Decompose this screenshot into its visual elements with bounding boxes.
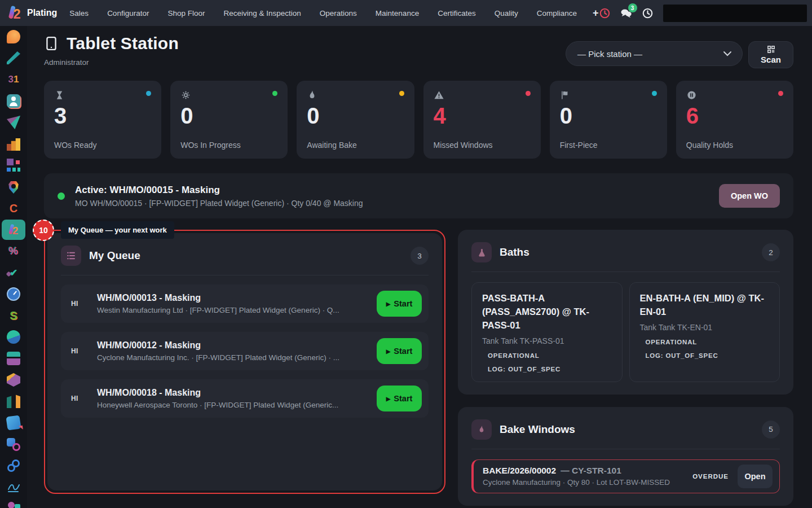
nav-systray: 3 A (599, 5, 812, 22)
messages-icon[interactable]: 3 (620, 7, 633, 19)
stat-card-missed-windows[interactable]: 4 Missed Windows (423, 81, 541, 159)
wo-subtitle: Honeywell Aerospace Toronto · [FP-WIDGET… (97, 401, 373, 409)
stat-card-wos-ready[interactable]: 3 WOs Ready (44, 81, 161, 159)
qr-code-icon (767, 45, 775, 54)
my-queue-panel: My Queue 3 HI WH/MO/00013 - Masking West… (47, 233, 442, 491)
queue-row[interactable]: HI WH/MO/00012 - Masking Cyclone Manufac… (61, 332, 429, 370)
app-logo[interactable]: 2 Plating (7, 5, 57, 21)
stat-card-first-piece[interactable]: 0 First-Piece (550, 81, 667, 159)
stat-card-wos-in-progress[interactable]: 0 WOs In Progress (170, 81, 288, 159)
user-menu-redacted-area[interactable] (663, 5, 807, 22)
sidebar-app-plating-active[interactable]: 2 (0, 219, 27, 240)
bake-windows-count-badge: 5 (762, 421, 780, 439)
audit-search-icon (7, 437, 20, 451)
sidebar-app-audit[interactable] (0, 433, 27, 455)
my-queue-title: My Queue (89, 249, 140, 262)
svg-text:2: 2 (12, 225, 18, 236)
stat-card-quality-holds[interactable]: 6 Quality Holds (676, 81, 793, 159)
bath-title: EN-BATH-A (EN_MID) @ TK-EN-01 (640, 292, 770, 319)
nav-menu-receiving-inspection[interactable]: Receiving & Inspection (223, 9, 301, 17)
my-queue-annotated-region: 10 My Queue — your next work My Queue 3 … (44, 230, 445, 494)
app-name: Plating (27, 8, 57, 18)
queue-row[interactable]: HI WH/MO/00018 - Masking Honeywell Aeros… (61, 379, 429, 418)
flag-icon (560, 90, 571, 100)
sidebar-app-clock[interactable] (0, 283, 27, 305)
sidebar-app-reporting[interactable] (0, 391, 27, 412)
sidebar-app-contacts[interactable] (0, 90, 27, 112)
sidebar-app-calendar[interactable]: 31 (0, 69, 27, 90)
stats-row: 3 WOs Ready 0 WOs In Progress 0 Awaiting… (44, 81, 793, 159)
sidebar-app-extra[interactable] (0, 498, 27, 508)
bake-subtitle: Cyclone Manufacturing · Qty 80 · Lot LOT… (483, 478, 687, 487)
bake-ref: BAKE/2026/00002 (483, 466, 556, 475)
start-button[interactable]: ▶Start (377, 386, 422, 411)
start-button[interactable]: ▶Start (377, 338, 422, 364)
divider (471, 271, 780, 272)
sidebar-app-payroll[interactable] (0, 348, 27, 369)
station-select[interactable]: — Pick station — (566, 41, 743, 66)
annotation-tooltip: My Queue — your next work (61, 221, 174, 239)
bath-card[interactable]: EN-BATH-A (EN_MID) @ TK-EN-01 Tank Tank … (629, 282, 780, 382)
calendar-day-right: 1 (14, 74, 19, 85)
nav-menu-sales[interactable]: Sales (69, 9, 89, 17)
nav-menu-compliance[interactable]: Compliance (537, 9, 577, 17)
sidebar-app-c[interactable]: C (0, 198, 27, 219)
open-wo-button[interactable]: Open WO (719, 184, 780, 208)
sidebar-app-surveys[interactable]: S (0, 305, 27, 326)
sidebar-app-knowledge[interactable] (0, 47, 27, 69)
sidebar-app-crm[interactable] (0, 112, 27, 133)
wo-title: WH/MO/00012 - Masking (97, 340, 373, 351)
sidebar-app-todo[interactable]: ✔ (0, 262, 27, 283)
queue-row[interactable]: HI WH/MO/00013 - Masking Westin Manufact… (61, 284, 429, 323)
status-dot (778, 91, 783, 96)
start-button[interactable]: ▶Start (377, 291, 422, 317)
flask-icon (471, 242, 492, 262)
svg-text:2: 2 (13, 7, 20, 21)
hourglass-icon (54, 90, 65, 100)
calendar-day-left: 3 (8, 74, 14, 85)
plus-icon[interactable]: + (593, 7, 599, 19)
sidebar-app-links[interactable] (0, 455, 27, 476)
bake-window-row[interactable]: BAKE/2026/00002— CY-STR-101 Cyclone Manu… (471, 459, 780, 493)
station-select-value: — Pick station — (577, 49, 642, 59)
wo-title: WH/MO/00018 - Masking (97, 388, 373, 398)
nav-menu-operations[interactable]: Operations (320, 9, 357, 17)
sidebar-app-dashboard[interactable] (0, 155, 27, 176)
history-clock-icon[interactable] (642, 7, 654, 19)
sidebar-app-discuss[interactable] (0, 26, 27, 47)
sidebar-app-signature[interactable] (0, 476, 27, 498)
contacts-icon (7, 94, 20, 108)
nav-menu-maintenance[interactable]: Maintenance (376, 9, 419, 17)
sidebar-app-presentation[interactable] (0, 412, 27, 433)
stat-label: Missed Windows (434, 141, 531, 150)
sidebar-app-inventory[interactable] (0, 369, 27, 391)
sidebar-app-website[interactable] (0, 326, 27, 348)
sidebar-app-map[interactable] (0, 176, 27, 198)
page-header: Tablet Station Administrator — Pick stat… (44, 34, 793, 68)
queue-list-icon (61, 246, 81, 266)
activities-clock-icon[interactable] (599, 7, 611, 19)
active-wo-title: Active: WH/MO/00015 - Masking (75, 185, 363, 196)
nav-menu-shop-floor[interactable]: Shop Floor (167, 9, 205, 17)
sidebar-app-percent[interactable]: % (0, 240, 27, 262)
knowledge-icon (7, 51, 20, 65)
surveys-icon: S (7, 309, 20, 322)
stat-value: 4 (434, 104, 531, 128)
my-queue-count-badge: 3 (411, 247, 429, 265)
presentation-icon (6, 415, 21, 430)
bath-card[interactable]: PASS-BATH-A (PASS_AMS2700) @ TK-PASS-01 … (471, 282, 623, 382)
nav-menu-certificates[interactable]: Certificates (438, 9, 476, 17)
stat-card-awaiting-bake[interactable]: 0 Awaiting Bake (297, 81, 414, 159)
stat-value: 0 (180, 104, 277, 128)
nav-menu-configurator[interactable]: Configurator (107, 9, 149, 17)
open-bake-button[interactable]: Open (738, 465, 773, 488)
bath-status: OPERATIONAL (482, 352, 612, 359)
active-status-dot (58, 192, 65, 200)
nav-menu-quality[interactable]: Quality (495, 9, 518, 17)
active-wo-subtitle: MO WH/MO/00015 · [FP-WIDGET] Plated Widg… (75, 199, 363, 208)
stat-label: Awaiting Bake (307, 141, 404, 150)
payroll-icon (7, 352, 20, 365)
wo-subtitle: Cyclone Manufacturing Inc. · [FP-WIDGET]… (97, 353, 373, 362)
scan-button[interactable]: Scan (748, 41, 793, 68)
sidebar-app-sales-chart[interactable] (0, 133, 27, 155)
